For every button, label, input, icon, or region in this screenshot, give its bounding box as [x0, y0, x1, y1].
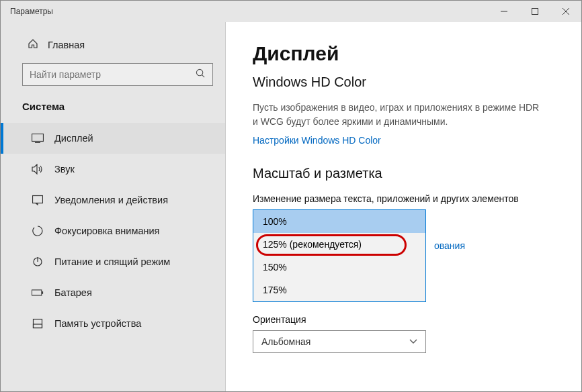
home-label: Главная: [48, 40, 85, 50]
nav-focus[interactable]: Фокусировка внимания: [1, 215, 225, 246]
nav-notifications[interactable]: Уведомления и действия: [1, 185, 225, 215]
window-controls: [489, 1, 581, 22]
sound-icon: [32, 164, 44, 175]
svg-rect-11: [32, 290, 41, 295]
scale-label: Изменение размера текста, приложений и д…: [253, 193, 567, 204]
chevron-down-icon: [409, 338, 417, 346]
scale-option-125[interactable]: 125% (рекомендуется): [253, 233, 425, 256]
titlebar: Параметры: [1, 1, 581, 22]
battery-icon: [32, 289, 44, 297]
advanced-scaling-link-fragment[interactable]: ования: [434, 240, 465, 251]
window-body: Главная Система Дисплей: [1, 22, 581, 391]
nav-label: Фокусировка внимания: [54, 226, 159, 236]
svg-line-5: [202, 75, 204, 77]
svg-rect-13: [34, 320, 42, 328]
scale-dropdown-wrap: 100% 125% (рекомендуется) 150% 175% ован…: [253, 209, 567, 302]
nav-sound[interactable]: Звук: [1, 154, 225, 185]
category-heading: Система: [1, 98, 225, 123]
settings-window: Параметры Главная: [0, 0, 582, 392]
notifications-icon: [32, 195, 44, 205]
svg-rect-8: [33, 196, 43, 203]
nav-battery[interactable]: Батарея: [1, 277, 225, 308]
search-box[interactable]: [22, 63, 213, 86]
scale-heading: Масштаб и разметка: [253, 166, 567, 181]
svg-point-4: [196, 69, 202, 75]
maximize-button[interactable]: [519, 1, 550, 22]
search-icon: [196, 68, 206, 81]
display-icon: [32, 134, 44, 143]
orientation-value: Альбомная: [261, 336, 310, 347]
nav-label: Батарея: [54, 287, 92, 298]
orientation-select[interactable]: Альбомная: [253, 330, 426, 353]
home-link[interactable]: Главная: [1, 34, 225, 60]
hdcolor-desc: Пусть изображения в видео, играх и прило…: [253, 101, 542, 129]
orientation-label: Ориентация: [253, 314, 567, 325]
minimize-button[interactable]: [489, 1, 519, 22]
nav-storage[interactable]: Память устройства: [1, 308, 225, 339]
svg-rect-12: [42, 291, 43, 294]
nav-label: Питание и спящий режим: [54, 256, 170, 267]
scale-dropdown[interactable]: 100% 125% (рекомендуется) 150% 175%: [253, 209, 426, 302]
nav-list: Дисплей Звук Уведомления и действия: [1, 123, 225, 391]
search-input[interactable]: [30, 69, 196, 80]
svg-rect-1: [532, 9, 538, 15]
storage-icon: [32, 318, 44, 329]
home-icon: [28, 38, 38, 51]
nav-label: Уведомления и действия: [54, 195, 168, 205]
nav-power[interactable]: Питание и спящий режим: [1, 246, 225, 277]
scale-option-100[interactable]: 100%: [253, 210, 425, 233]
scale-option-175[interactable]: 175%: [253, 279, 425, 301]
window-title: Параметры: [10, 7, 53, 16]
content-area: Дисплей Windows HD Color Пусть изображен…: [226, 22, 581, 391]
scale-option-150[interactable]: 150%: [253, 256, 425, 279]
nav-label: Дисплей: [54, 133, 93, 144]
focus-icon: [32, 226, 44, 236]
close-button[interactable]: [550, 1, 581, 22]
nav-display[interactable]: Дисплей: [1, 123, 225, 154]
svg-rect-6: [32, 134, 44, 142]
power-icon: [32, 256, 44, 267]
svg-rect-14: [34, 324, 42, 328]
nav-label: Память устройства: [54, 318, 141, 329]
nav-label: Звук: [54, 164, 75, 175]
sidebar: Главная Система Дисплей: [1, 22, 226, 391]
hdcolor-link[interactable]: Настройки Windows HD Color: [253, 135, 381, 146]
hdcolor-heading: Windows HD Color: [253, 75, 567, 90]
page-title: Дисплей: [253, 42, 567, 65]
